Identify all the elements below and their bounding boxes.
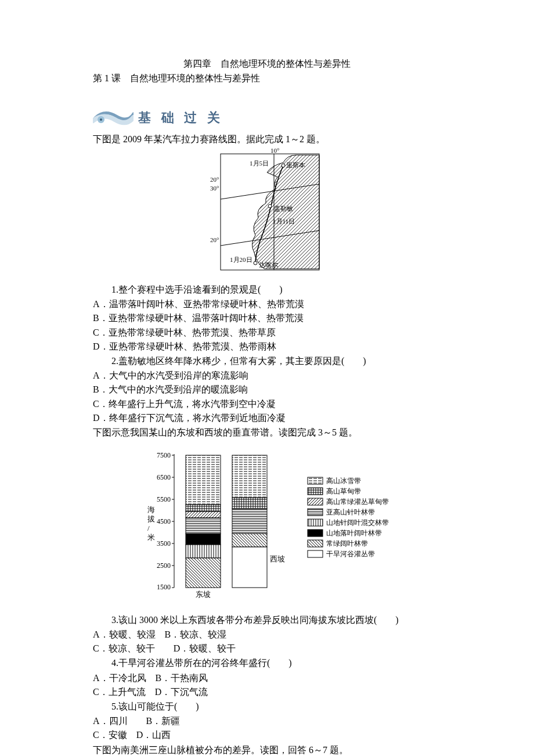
city3: 达喀尔 bbox=[259, 261, 278, 268]
svg-point-8 bbox=[254, 261, 257, 265]
svg-text:高山草甸带: 高山草甸带 bbox=[326, 487, 361, 495]
svg-rect-49 bbox=[232, 547, 267, 588]
q5-a: A．四川 bbox=[93, 716, 128, 726]
svg-text:高山冰雪带: 高山冰雪带 bbox=[326, 477, 361, 485]
q4-b: B．干热南风 bbox=[156, 673, 208, 683]
q5-c: C．安徽 bbox=[93, 730, 127, 740]
q5-options: A．四川 B．新疆 C．安徽 D．山西 bbox=[93, 714, 441, 741]
q2-options: A．大气中的水汽受到沿岸的寒流影响 B．大气中的水汽受到沿岸的暖流影响 C．终年… bbox=[93, 369, 441, 424]
x-east: 东坡 bbox=[196, 590, 211, 599]
svg-rect-38 bbox=[186, 455, 221, 505]
section-badge: 基 础 过 关 bbox=[93, 108, 441, 128]
q2-b: B．大气中的水汽受到沿岸的暖流影响 bbox=[93, 383, 441, 396]
lat30-label: 30° bbox=[210, 185, 219, 192]
q2-stem: 2.盖勒敏地区终年降水稀少，但常有大雾，其主要原因是( ) bbox=[93, 354, 441, 368]
q5-stem: 5.该山可能位于( ) bbox=[93, 700, 441, 713]
lesson-title: 第 1 课 自然地理环境的整体性与差异性 bbox=[93, 73, 441, 85]
svg-rect-42 bbox=[186, 534, 221, 545]
svg-rect-50 bbox=[308, 477, 323, 484]
svg-text:4500: 4500 bbox=[157, 517, 171, 525]
q1-options: A．温带落叶阔叶林、亚热带常绿硬叶林、热带荒漠 B．亚热带常绿硬叶林、温带落叶阔… bbox=[93, 297, 441, 353]
svg-rect-48 bbox=[232, 534, 267, 547]
svg-point-7 bbox=[268, 204, 272, 208]
badge-label: 基 础 过 关 bbox=[138, 109, 223, 127]
svg-rect-56 bbox=[308, 509, 323, 516]
date1: 1月5日 bbox=[250, 160, 269, 167]
svg-rect-54 bbox=[308, 498, 323, 505]
svg-rect-40 bbox=[186, 512, 221, 518]
svg-point-6 bbox=[282, 164, 285, 167]
svg-text:1500: 1500 bbox=[157, 583, 171, 591]
q1-a: A．温带落叶阔叶林、亚热带常绿硬叶林、热带荒漠 bbox=[93, 297, 441, 311]
svg-text:常绿阔叶林带: 常绿阔叶林带 bbox=[326, 539, 368, 548]
rally-map: 10° 30° 20° 20° 1月5日 里斯本 盖勒敏 1月11日 1月20日… bbox=[93, 148, 441, 278]
x-west: 西坡 bbox=[270, 555, 285, 563]
q1-d: D．亚热带常绿硬叶林、热带荒漠、热带雨林 bbox=[93, 340, 441, 353]
q2-d: D．终年盛行下沉气流，将水汽带到近地面冷凝 bbox=[93, 411, 441, 424]
svg-rect-43 bbox=[186, 545, 221, 558]
svg-text:高山常绿灌丛草甸带: 高山常绿灌丛草甸带 bbox=[326, 498, 389, 506]
q2-c: C．终年盛行上升气流，将水汽带到空中冷凝 bbox=[93, 397, 441, 411]
q1-b: B．亚热带常绿硬叶林、温带落叶阔叶林、热带荒漠 bbox=[93, 311, 441, 325]
date3: 1月20日 bbox=[230, 256, 252, 263]
svg-text:山地针阔叶混交林带: 山地针阔叶混交林带 bbox=[326, 519, 389, 527]
chapter-title: 第四章 自然地理环境的整体性与差异性 bbox=[93, 58, 441, 70]
svg-text:山地落叶阔叶林带: 山地落叶阔叶林带 bbox=[326, 529, 382, 537]
q4-c: C．上升气流 bbox=[93, 687, 146, 697]
vertical-belt-chart: 1500 2500 3500 4500 5500 6500 7500 海 拔 /… bbox=[93, 442, 441, 607]
svg-text:/: / bbox=[147, 524, 150, 532]
q4-a: A．干冷北风 bbox=[93, 673, 146, 683]
q3-d: D．较暖、较干 bbox=[174, 643, 236, 653]
svg-rect-64 bbox=[308, 550, 323, 557]
svg-text:2500: 2500 bbox=[157, 561, 171, 570]
svg-text:干旱河谷灌丛带: 干旱河谷灌丛带 bbox=[326, 550, 375, 558]
svg-rect-41 bbox=[186, 518, 221, 534]
q5-b: B．新疆 bbox=[146, 716, 181, 726]
q4-stem: 4.干旱河谷灌丛带所在的河谷终年盛行( ) bbox=[93, 656, 441, 669]
q4-options: A．干冷北风 B．干热南风 C．上升气流 D．下沉气流 bbox=[93, 671, 441, 699]
lat20s-label: 20° bbox=[210, 236, 219, 243]
svg-rect-47 bbox=[232, 509, 267, 534]
svg-text:6500: 6500 bbox=[157, 473, 171, 481]
svg-text:7500: 7500 bbox=[157, 451, 171, 459]
section3-intro: 下图为南美洲三座山脉植被分布的差异。读图，回答 6～7 题。 bbox=[93, 744, 441, 756]
svg-point-1 bbox=[100, 118, 102, 121]
date2: 1月11日 bbox=[273, 218, 295, 225]
svg-rect-44 bbox=[186, 558, 221, 588]
q3-c: C．较凉、较干 bbox=[93, 643, 155, 653]
svg-rect-60 bbox=[308, 530, 323, 537]
q2-a: A．大气中的水汽受到沿岸的寒流影响 bbox=[93, 369, 441, 382]
section2-intro: 下图示意我国某山的东坡和西坡的垂直带谱。读图完成 3～5 题。 bbox=[93, 427, 441, 439]
city2: 盖勒敏 bbox=[274, 205, 293, 212]
svg-rect-62 bbox=[308, 540, 323, 547]
q3-a: A．较暖、较湿 bbox=[93, 629, 156, 639]
svg-text:拔: 拔 bbox=[147, 514, 155, 523]
q1-stem: 1.整个赛程中选手沿途看到的景观是( ) bbox=[93, 283, 441, 296]
svg-rect-45 bbox=[232, 455, 267, 498]
q3-stem: 3.该山 3000 米以上东西坡各带分布差异反映出同海拔东坡比西坡( ) bbox=[93, 613, 441, 627]
q4-d: D．下沉气流 bbox=[155, 687, 208, 697]
badge-icon bbox=[93, 108, 134, 128]
svg-text:米: 米 bbox=[147, 533, 155, 542]
lat20n-label: 20° bbox=[210, 176, 219, 183]
svg-text:5500: 5500 bbox=[157, 495, 171, 503]
svg-text:3500: 3500 bbox=[157, 539, 171, 548]
svg-rect-39 bbox=[186, 505, 221, 512]
city1: 里斯本 bbox=[286, 161, 305, 168]
q1-c: C．亚热带常绿硬叶林、热带荒漠、热带草原 bbox=[93, 326, 441, 339]
section1-intro: 下图是 2009 年某汽车拉力赛路线图。据此完成 1～2 题。 bbox=[93, 134, 441, 146]
svg-rect-46 bbox=[232, 498, 267, 509]
ylabel-1: 海 bbox=[147, 505, 155, 514]
svg-text:亚高山针叶林带: 亚高山针叶林带 bbox=[326, 508, 375, 516]
q3-b: B．较凉、较湿 bbox=[165, 629, 227, 639]
q5-d: D．山西 bbox=[136, 730, 171, 740]
lon-label: 10° bbox=[270, 148, 279, 154]
q3-options: A．较暖、较湿 B．较凉、较湿 C．较凉、较干 D．较暖、较干 bbox=[93, 628, 441, 655]
svg-rect-52 bbox=[308, 488, 323, 495]
svg-rect-58 bbox=[308, 519, 323, 526]
